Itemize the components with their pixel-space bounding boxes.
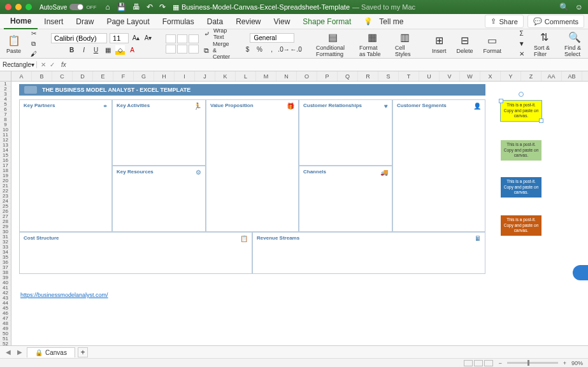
cell-key-partners[interactable]: Key Partners⚭ [19,99,112,232]
add-sheet-button[interactable]: + [78,347,88,357]
col-header-P[interactable]: P [317,71,338,81]
col-header-AB[interactable]: AB [562,71,582,81]
zoom-out-icon[interactable]: − [498,360,501,366]
print-icon[interactable]: 🖶 [133,3,140,11]
sort-filter-button[interactable]: ⇅Sort & Filter [531,29,557,59]
page-layout-view-icon[interactable] [474,360,483,366]
col-header-L[interactable]: L [236,71,256,81]
tab-draw[interactable]: Draw [69,15,100,29]
share-button[interactable]: ⇪Share [485,15,523,28]
undo-icon[interactable]: ↶ [147,3,153,11]
align-middle-icon[interactable] [177,34,187,43]
save-icon[interactable]: 💾 [117,3,126,11]
col-header-S[interactable]: S [378,71,399,81]
border-icon[interactable]: ▦ [103,45,113,55]
cell-customer-segments[interactable]: Customer Segments👤 [392,99,485,232]
format-cells-button[interactable]: ▭Format [481,32,505,55]
col-header-K[interactable]: K [215,71,236,81]
tab-formulas[interactable]: Formulas [156,15,201,29]
tab-review[interactable]: Review [229,15,267,29]
tab-insert[interactable]: Insert [38,15,69,29]
cell-channels[interactable]: Channels🚚 [299,166,392,232]
cut-icon[interactable]: ✂ [29,29,38,38]
clear-icon[interactable]: ✕ [517,49,526,59]
search-icon[interactable]: 🔍 [559,3,569,11]
font-name-input[interactable] [51,33,107,43]
postit-blue[interactable]: This is a post-it. Copy and paste on can… [501,177,541,198]
col-header-Z[interactable]: Z [521,71,541,81]
account-icon[interactable]: ☺ [575,3,583,11]
rotate-handle-icon[interactable] [519,92,524,97]
name-box[interactable]: Rectangle▾ [0,61,37,68]
number-format-select[interactable] [250,33,294,43]
font-color-icon[interactable]: A [127,45,137,55]
cancel-formula-icon[interactable]: ✕ [41,61,46,68]
zoom-slider[interactable] [507,362,558,364]
col-header-F[interactable]: F [113,71,134,81]
cell-revenue-streams[interactable]: Revenue Streams🖩 [252,232,485,274]
select-all-corner[interactable] [0,71,11,81]
align-center-icon[interactable] [177,45,187,54]
comments-button[interactable]: 💬Comments [527,15,584,28]
close-window-icon[interactable] [5,4,11,10]
col-header-V[interactable]: V [440,71,460,81]
format-painter-icon[interactable]: 🖌 [29,49,38,59]
autosave-toggle[interactable]: AutoSave OFF [39,4,96,11]
col-header-A[interactable]: A [11,71,32,81]
postit-yellow[interactable]: This is a post-it. Copy and paste on can… [501,101,541,121]
home-icon[interactable]: ⌂ [105,3,110,11]
col-header-N[interactable]: N [276,71,297,81]
copy-icon[interactable]: ⧉ [29,39,38,48]
fill-color-icon[interactable]: ◇ [115,45,125,55]
col-header-U[interactable]: U [419,71,440,81]
bold-button[interactable]: B [67,45,76,55]
cell-customer-relationships[interactable]: Customer Relationships♥ [299,99,392,166]
col-header-M[interactable]: M [256,71,276,81]
percent-icon[interactable]: % [255,45,264,54]
postit-green[interactable]: This is a post-it. Copy and paste on can… [501,140,541,161]
col-header-T[interactable]: T [399,71,419,81]
sheet-nav-next-icon[interactable]: ▶ [15,349,24,356]
cell-key-resources[interactable]: Key Resources⚙ [112,166,206,232]
cell-styles-button[interactable]: ▥Cell Styles [392,29,417,59]
col-header-R[interactable]: R [358,71,378,81]
wrap-text-icon[interactable]: ⤶ [204,30,210,38]
page-break-view-icon[interactable] [484,360,493,366]
tell-me[interactable]: Tell me [373,15,410,29]
tab-page-layout[interactable]: Page Layout [100,15,155,29]
col-header-Q[interactable]: Q [338,71,358,81]
canvas-area[interactable]: THE BUSINESS MODEL ANALYST - EXCEL TEMPL… [11,82,588,356]
col-header-D[interactable]: D [73,71,93,81]
find-select-button[interactable]: 🔍Find & Select [562,29,587,59]
decrease-decimal-icon[interactable]: ←.0 [291,45,301,54]
col-header-C[interactable]: C [52,71,73,81]
insert-cells-button[interactable]: ⊞Insert [429,32,449,55]
increase-decimal-icon[interactable]: .0→ [279,45,289,54]
col-header-H[interactable]: H [154,71,175,81]
paste-button[interactable]: 📋Paste [4,32,24,55]
col-header-Y[interactable]: Y [501,71,521,81]
cell-cost-structure[interactable]: Cost Structure📋 [19,232,252,274]
sheet-nav-prev-icon[interactable]: ◀ [4,349,13,356]
col-header-AA[interactable]: AA [541,71,562,81]
fill-icon[interactable]: ▼ [517,39,526,48]
font-size-input[interactable] [110,33,129,43]
autosum-icon[interactable]: Σ [517,29,526,38]
col-header-E[interactable]: E [93,71,113,81]
tab-home[interactable]: Home [4,14,38,29]
zoom-level[interactable]: 90% [571,360,583,366]
cell-value-proposition[interactable]: Value Proposition🎁 [206,99,299,232]
format-as-table-button[interactable]: ▦Format as Table [357,29,387,59]
sheet-tab-canvas[interactable]: 🔒Canvas [27,347,75,357]
col-header-W[interactable]: W [460,71,480,81]
bmc-link[interactable]: https://businessmodelanalyst.com/ [20,292,108,298]
comma-icon[interactable]: , [267,45,276,54]
zoom-in-icon[interactable]: + [563,360,566,366]
postit-orange[interactable]: This is a post-it. Copy and paste on can… [501,215,541,236]
cell-key-activities[interactable]: Key Activities🏃 [112,99,206,166]
col-header-J[interactable]: J [195,71,215,81]
underline-button[interactable]: U [91,45,101,55]
help-bubble-icon[interactable] [573,265,588,280]
decrease-font-icon[interactable]: A▾ [143,33,153,43]
delete-cells-button[interactable]: ⊟Delete [454,32,476,55]
